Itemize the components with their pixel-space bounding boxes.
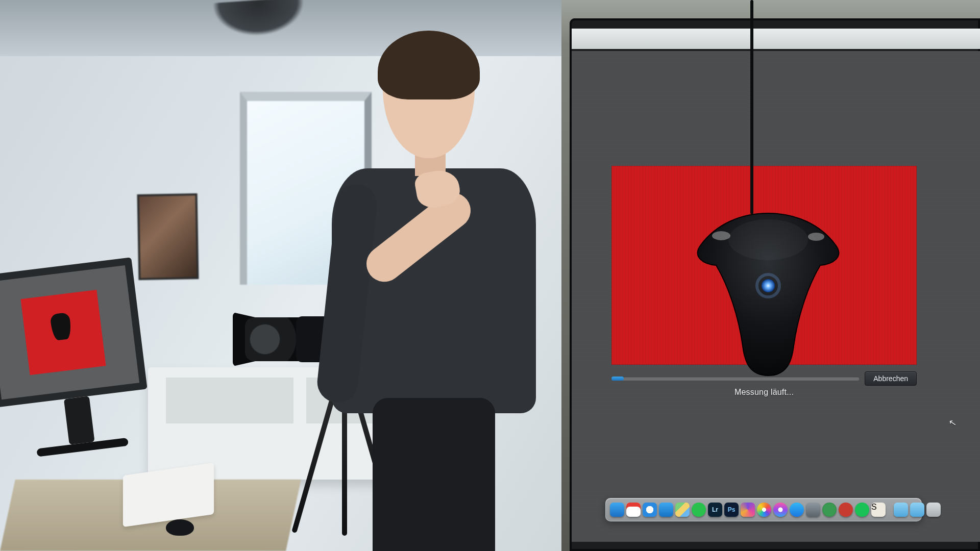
svg-point-3 bbox=[762, 279, 775, 292]
calibration-app-window: Abbrechen Messung läuft... ↖ Lr Ps bbox=[572, 51, 980, 542]
status-text: Messung läuft... bbox=[611, 388, 917, 397]
dock-trash[interactable] bbox=[926, 503, 941, 517]
dock-app-safari[interactable] bbox=[643, 503, 657, 517]
dock-app-photos[interactable] bbox=[757, 503, 771, 517]
svg-point-2 bbox=[728, 219, 808, 260]
dock-app-imovie[interactable] bbox=[741, 503, 755, 517]
colorimeter-device bbox=[692, 209, 845, 378]
dock-app-mail[interactable] bbox=[659, 503, 673, 517]
dock-app-photoshop[interactable]: Ps bbox=[724, 503, 739, 517]
dock-app-calendar[interactable] bbox=[626, 503, 641, 517]
dock-folder-documents[interactable] bbox=[910, 503, 924, 517]
mouse-cursor-icon: ↖ bbox=[948, 417, 958, 429]
window-titlebar-strip bbox=[572, 29, 980, 49]
dock-app-maps[interactable] bbox=[675, 503, 690, 517]
desk-mouse bbox=[166, 519, 194, 536]
svg-point-0 bbox=[712, 231, 730, 240]
person bbox=[327, 41, 546, 551]
wall-framed-photo bbox=[137, 193, 199, 280]
svg-point-1 bbox=[808, 233, 824, 241]
dock-app-utility[interactable] bbox=[806, 503, 820, 517]
dock-app-red[interactable] bbox=[839, 503, 853, 517]
progress-bar-fill bbox=[611, 377, 624, 381]
dock-app-lightroom[interactable]: Lr bbox=[708, 503, 722, 517]
sensor-usb-cable bbox=[750, 0, 753, 214]
photo-scene bbox=[0, 0, 561, 551]
dock-app-itunes[interactable] bbox=[773, 503, 788, 517]
desk-monitor bbox=[0, 256, 164, 458]
dock-app-whatsapp[interactable] bbox=[692, 503, 706, 517]
dock-app-finder[interactable] bbox=[610, 503, 624, 517]
mini-sensor-silhouette bbox=[50, 312, 72, 341]
dock-app-browser[interactable] bbox=[822, 503, 837, 517]
dock-folder-downloads[interactable] bbox=[894, 503, 908, 517]
dock-app-appstore[interactable] bbox=[790, 503, 804, 517]
monitor-closeup: Abbrechen Messung läuft... ↖ Lr Ps bbox=[561, 0, 980, 551]
cancel-button[interactable]: Abbrechen bbox=[865, 371, 917, 386]
dock-app-spotify[interactable] bbox=[855, 503, 869, 517]
mini-calibration-patch bbox=[21, 290, 106, 375]
macos-dock[interactable]: Lr Ps S bbox=[605, 498, 922, 521]
dock-app-skitch[interactable]: S bbox=[871, 503, 886, 517]
